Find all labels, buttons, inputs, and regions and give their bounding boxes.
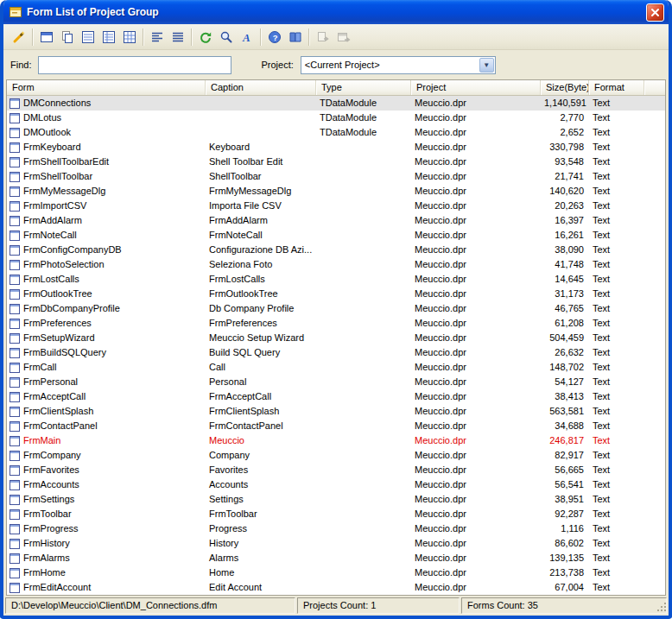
cell-filler <box>644 419 665 433</box>
find-input[interactable] <box>38 56 231 74</box>
table-row[interactable]: DMConnections TDataModule Meuccio.dpr 1,… <box>7 96 665 111</box>
column-header-type[interactable]: Type <box>316 80 411 95</box>
table-row[interactable]: FrmNoteCall FrmNoteCall Meuccio.dpr 16,2… <box>7 228 665 243</box>
form-icon <box>10 333 20 344</box>
table-row[interactable]: FrmAccounts Accounts Meuccio.dpr 56,541 … <box>7 477 665 492</box>
cell-format: Text <box>589 125 644 140</box>
cell-form: FrmConfigCompanyDB <box>7 243 206 257</box>
cell-size: 20,263 <box>541 199 589 213</box>
table-row[interactable]: FrmMain Meuccio Meuccio.dpr 246,817 Text <box>7 433 665 448</box>
table-row[interactable]: FrmImportCSV Importa File CSV Meuccio.dp… <box>7 199 665 213</box>
cell-project: Meuccio.dpr <box>411 228 541 243</box>
report-view-button[interactable] <box>119 28 139 47</box>
table-row[interactable]: FrmAlarms Alarms Meuccio.dpr 139,135 Tex… <box>7 551 665 565</box>
close-button[interactable] <box>646 3 664 22</box>
cell-size: 2,652 <box>541 125 589 140</box>
cell-project: Meuccio.dpr <box>411 213 541 228</box>
align-justify-button[interactable] <box>168 28 187 47</box>
refresh-button[interactable] <box>195 28 215 47</box>
column-header-format[interactable]: Format <box>589 80 644 95</box>
table-row[interactable]: FrmLostCalls FrmLostCalls Meuccio.dpr 14… <box>7 272 665 287</box>
cell-size: 504,459 <box>541 331 589 345</box>
cell-format: Text <box>589 155 644 169</box>
table-row[interactable]: FrmPersonal Personal Meuccio.dpr 54,127 … <box>7 375 665 389</box>
form-icon <box>10 568 20 578</box>
cell-type <box>316 448 411 463</box>
table-row[interactable]: FrmClientSplash FrmClientSplash Meuccio.… <box>7 404 665 419</box>
send-to-button[interactable] <box>333 28 353 47</box>
column-header-filler <box>644 80 665 95</box>
table-row[interactable]: FrmDbCompanyProfile Db Company Profile M… <box>7 301 665 316</box>
cell-format: Text <box>589 521 644 536</box>
table-row[interactable]: FrmFavorites Favorites Meuccio.dpr 56,66… <box>7 463 665 477</box>
table-row[interactable]: FrmConfigCompanyDB Configurazione DB Azi… <box>7 243 665 257</box>
cell-project: Meuccio.dpr <box>411 580 541 595</box>
table-row[interactable]: FrmShellToolbarEdit Shell Toolbar Edit M… <box>7 155 665 169</box>
table-row[interactable]: FrmSetupWizard Meuccio Setup Wizard Meuc… <box>7 331 665 345</box>
cell-project: Meuccio.dpr <box>411 184 541 199</box>
toolbar-separator <box>260 28 261 46</box>
table-row[interactable]: FrmKeyboard Keyboard Meuccio.dpr 330,798… <box>7 140 665 155</box>
form-icon <box>10 319 20 329</box>
resize-grip[interactable] <box>656 602 668 615</box>
table-row[interactable]: FrmHome Home Meuccio.dpr 213,738 Text <box>7 565 665 580</box>
cell-caption: ShellToolbar <box>206 169 316 184</box>
column-header-project[interactable]: Project <box>411 80 541 95</box>
preview-window-button[interactable] <box>36 28 56 47</box>
cell-project: Meuccio.dpr <box>411 360 541 375</box>
table-row[interactable]: DMLotus TDataModule Meuccio.dpr 2,770 Te… <box>7 111 665 125</box>
font-button[interactable]: A <box>237 28 257 47</box>
table-row[interactable]: FrmOutlookTree FrmOutlookTree Meuccio.dp… <box>7 287 665 301</box>
table-row[interactable]: FrmSettings Settings Meuccio.dpr 38,951 … <box>7 492 665 507</box>
cell-format: Text <box>589 360 644 375</box>
table-row[interactable]: FrmPreferences FrmPreferences Meuccio.dp… <box>7 316 665 331</box>
cell-caption: Progress <box>206 521 316 536</box>
form-name: FrmPreferences <box>23 317 92 330</box>
help-button[interactable]: ? <box>264 28 284 47</box>
table-row[interactable]: FrmBuildSQLQuery Build SQL Query Meuccio… <box>7 345 665 360</box>
cell-filler <box>644 257 665 272</box>
list-view-button[interactable] <box>98 28 118 47</box>
table-row[interactable]: FrmPhotoSelection Seleziona Foto Meuccio… <box>7 257 665 272</box>
cell-format: Text <box>589 492 644 507</box>
cell-size: 1,116 <box>541 521 589 536</box>
cell-size: 16,261 <box>541 228 589 243</box>
chevron-down-icon[interactable]: ▼ <box>479 58 494 73</box>
cell-caption: FrmContactPanel <box>206 419 316 433</box>
table-row[interactable]: FrmAcceptCall FrmAcceptCall Meuccio.dpr … <box>7 389 665 404</box>
align-left-icon <box>150 30 164 44</box>
copy-button[interactable] <box>57 28 77 47</box>
table-row[interactable]: FrmContactPanel FrmContactPanel Meuccio.… <box>7 419 665 433</box>
column-header-caption[interactable]: Caption <box>206 80 316 95</box>
details-view-button[interactable] <box>78 28 98 47</box>
project-select[interactable]: <Current Project> ▼ <box>301 56 496 74</box>
table-row[interactable]: FrmProgress Progress Meuccio.dpr 1,116 T… <box>7 521 665 536</box>
cell-form: FrmFavorites <box>7 463 206 477</box>
find-button[interactable] <box>216 28 236 47</box>
table-row[interactable]: FrmCall Call Meuccio.dpr 148,702 Text <box>7 360 665 375</box>
column-header-form[interactable]: Form <box>7 80 206 95</box>
wizard-button[interactable] <box>9 28 29 47</box>
table-row[interactable]: FrmToolbar FrmToolbar Meuccio.dpr 92,287… <box>7 507 665 521</box>
cell-format: Text <box>589 477 644 492</box>
table-row[interactable]: FrmAddAlarm FrmAddAlarm Meuccio.dpr 16,3… <box>7 213 665 228</box>
copy-to-button[interactable] <box>313 28 333 47</box>
table-row[interactable]: FrmHistory History Meuccio.dpr 86,602 Te… <box>7 536 665 551</box>
table-row[interactable]: FrmShellToolbar ShellToolbar Meuccio.dpr… <box>7 169 665 184</box>
cell-type <box>316 389 411 404</box>
form-name: FrmSetupWizard <box>23 332 95 344</box>
align-left-button[interactable] <box>147 28 167 47</box>
table-row[interactable]: DMOutlook TDataModule Meuccio.dpr 2,652 … <box>7 125 665 140</box>
cell-caption: Meuccio Setup Wizard <box>206 331 316 345</box>
cell-type <box>316 507 411 521</box>
table-row[interactable]: FrmEditAccount Edit Account Meuccio.dpr … <box>7 580 665 595</box>
cell-filler <box>644 433 665 448</box>
table-row[interactable]: FrmMyMessageDlg FrmMyMessageDlg Meuccio.… <box>7 184 665 199</box>
book-button[interactable] <box>285 28 305 47</box>
cell-format: Text <box>589 140 644 155</box>
table-row[interactable]: FrmCompany Company Meuccio.dpr 82,917 Te… <box>7 448 665 463</box>
table-header: Form Caption Type Project Size(Byte) For… <box>7 80 665 96</box>
window: Form List of Project Group <box>0 0 672 619</box>
cell-caption: Settings <box>206 492 316 507</box>
column-header-size[interactable]: Size(Byte) <box>541 80 589 95</box>
